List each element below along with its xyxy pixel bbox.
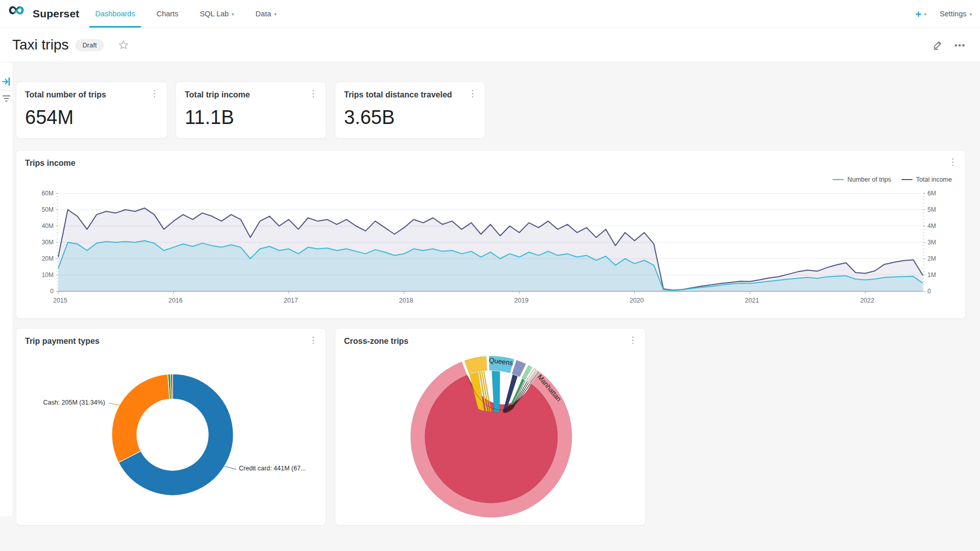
svg-text:20M: 20M [42, 255, 54, 262]
nav-item-sql-lab[interactable]: SQL Lab ▾ [189, 0, 244, 28]
kebab-menu-icon[interactable]: ⋮ [307, 335, 320, 345]
legend-item-total-income[interactable]: Total income [901, 176, 952, 183]
svg-text:10M: 10M [42, 271, 54, 279]
payment-types-donut-chart[interactable] [16, 329, 326, 525]
nav-item-dashboards[interactable]: Dashboards [84, 0, 145, 28]
chevron-down-icon: ▾ [969, 12, 972, 17]
chart-legend: Number of trips Total income [832, 176, 952, 183]
filter-bar-collapsed [0, 62, 13, 516]
crosszone-chord-chart[interactable]: ManhattanQueens [335, 329, 645, 525]
svg-text:30M: 30M [42, 239, 54, 246]
payment-types-chart-card: Trip payment types ⋮ Cash: 205M (31.34%)… [16, 328, 326, 525]
donut-label-cash: Cash: 205M (31.34%) [43, 399, 105, 406]
svg-text:0: 0 [927, 288, 931, 295]
navbar-right: + ▾ Settings ▾ [915, 0, 980, 28]
kebab-menu-icon[interactable]: ⋮ [148, 88, 161, 99]
header-actions: ••• [932, 28, 966, 62]
svg-text:0: 0 [50, 288, 54, 295]
svg-text:2017: 2017 [284, 297, 298, 304]
kebab-menu-icon[interactable]: ⋮ [307, 88, 320, 99]
svg-text:2018: 2018 [399, 297, 413, 304]
dashboard-header: Taxi trips Draft ••• [0, 28, 980, 62]
svg-text:2020: 2020 [629, 297, 644, 304]
page-title: Taxi trips [12, 37, 68, 53]
status-badge: Draft [76, 39, 103, 51]
svg-text:60M: 60M [42, 190, 54, 197]
svg-text:50M: 50M [42, 206, 54, 213]
svg-text:2022: 2022 [860, 297, 874, 304]
svg-text:6M: 6M [927, 190, 936, 197]
svg-text:5M: 5M [927, 206, 936, 213]
chevron-down-icon: ▾ [924, 12, 927, 17]
kpi-card-distance: Trips total distance traveled ⋮ 3.65B [335, 82, 485, 139]
svg-text:40M: 40M [42, 222, 54, 230]
nav-items: Dashboards Charts SQL Lab ▾ Data ▾ [84, 0, 287, 28]
favorite-star-icon[interactable] [118, 39, 129, 51]
svg-text:2021: 2021 [745, 297, 759, 304]
superset-logo-icon: ∞ ∞ [8, 5, 29, 22]
filter-list-icon[interactable] [3, 96, 10, 101]
trips-income-line-chart[interactable]: 60M6M50M5M40M4M30M3M20M2M10M1M0020152016… [16, 151, 965, 318]
crosszone-chart-card: Cross-zone trips ⋮ ManhattanQueens [335, 328, 646, 525]
chevron-down-icon: ▾ [274, 12, 277, 17]
kpi-card-total-trips: Total number of trips ⋮ 654M [16, 82, 167, 139]
donut-label-credit: Credit card: 441M (67... [239, 465, 306, 472]
legend-swatch [901, 179, 913, 180]
chart-title: Cross-zone trips [344, 337, 408, 346]
kpi-card-trip-income: Total trip income ⋮ 11.1B [176, 82, 326, 139]
kebab-menu-icon[interactable]: ⋮ [946, 157, 959, 167]
kebab-menu-icon[interactable]: ⋮ [626, 335, 639, 345]
kpi-title: Trips total distance traveled [344, 90, 452, 99]
chart-title: Trip payment types [25, 337, 100, 346]
svg-text:4M: 4M [927, 222, 936, 230]
nav-item-data[interactable]: Data ▾ [245, 0, 287, 28]
new-menu-button[interactable]: + ▾ [915, 9, 926, 19]
top-navbar: ∞ ∞ Superset Dashboards Charts SQL Lab ▾… [0, 0, 980, 28]
brand[interactable]: ∞ ∞ Superset [0, 0, 84, 28]
chevron-down-icon: ▾ [232, 12, 234, 17]
legend-item-number-of-trips[interactable]: Number of trips [832, 176, 891, 183]
kpi-title: Total number of trips [25, 90, 106, 99]
kpi-value: 11.1B [185, 107, 234, 129]
svg-text:2019: 2019 [514, 297, 529, 304]
chart-title: Trips income [25, 159, 76, 168]
svg-text:3M: 3M [927, 239, 936, 246]
expand-filter-bar-icon[interactable] [2, 78, 9, 86]
nav-item-charts[interactable]: Charts [146, 0, 189, 28]
divider [0, 90, 13, 90]
kpi-title: Total trip income [185, 90, 250, 99]
kebab-menu-icon[interactable]: ⋮ [466, 88, 479, 99]
svg-text:2M: 2M [927, 255, 936, 262]
settings-menu[interactable]: Settings ▾ [940, 10, 972, 18]
plus-icon: + [915, 9, 921, 19]
svg-text:2015: 2015 [53, 297, 67, 304]
kpi-value: 654M [25, 107, 74, 129]
svg-text:2016: 2016 [168, 297, 183, 304]
svg-text:1M: 1M [927, 271, 936, 279]
brand-name[interactable]: Superset [33, 8, 79, 20]
legend-swatch [832, 179, 844, 180]
more-options-icon[interactable]: ••• [954, 41, 966, 49]
edit-pencil-icon[interactable] [932, 39, 943, 51]
kpi-value: 3.65B [344, 107, 395, 129]
filter-strip-icons [0, 62, 13, 123]
trips-income-chart-card: Trips income ⋮ Number of trips Total inc… [16, 150, 966, 319]
